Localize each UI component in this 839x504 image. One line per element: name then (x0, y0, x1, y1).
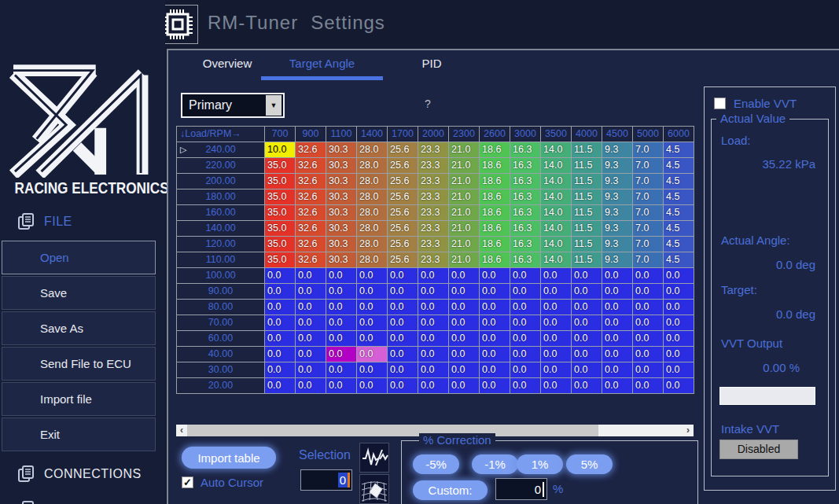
table-cell[interactable]: 0.0 (541, 284, 572, 300)
load-row-header[interactable]: 180.00 (177, 189, 265, 205)
table-cell[interactable]: 0.0 (480, 378, 510, 394)
table-cell[interactable]: 0.0 (418, 300, 449, 315)
table-cell[interactable]: 14.0 (541, 189, 572, 205)
table-cell[interactable]: 0.0 (449, 362, 480, 378)
table-cell[interactable]: 0.0 (265, 347, 296, 362)
table-cell[interactable]: 0.0 (541, 362, 572, 378)
table-cell[interactable]: 16.3 (510, 252, 541, 268)
auto-cursor-checkbox[interactable]: ✓ Auto Cursor (182, 476, 263, 489)
table-cell[interactable]: 0.0 (633, 284, 664, 300)
table-cell[interactable]: 21.0 (449, 237, 480, 252)
table-cell[interactable]: 0.0 (480, 300, 510, 315)
import-table-button[interactable]: Import table (182, 447, 276, 469)
table-cell[interactable]: 0.0 (541, 378, 572, 394)
table-cell[interactable]: 0.0 (602, 300, 633, 315)
table-cell[interactable]: 28.0 (357, 221, 388, 237)
table-cell[interactable]: 0.0 (602, 284, 633, 300)
table-cell[interactable]: 0.0 (418, 315, 449, 331)
load-row-header[interactable]: 240.00▷ (177, 142, 265, 158)
table-cell[interactable]: 32.6 (296, 237, 326, 252)
table-cell[interactable]: 23.3 (418, 205, 449, 221)
table-cell[interactable]: 0.0 (572, 378, 602, 394)
table-cell[interactable]: 32.6 (296, 205, 326, 221)
table-cell[interactable]: 0.0 (388, 300, 418, 315)
table-cell[interactable]: 30.3 (326, 142, 357, 158)
table-cell[interactable]: 18.6 (480, 189, 510, 205)
table-cell[interactable]: 30.3 (326, 174, 357, 189)
table-cell[interactable]: 9.3 (602, 221, 633, 237)
table-cell[interactable]: 0.0 (357, 378, 388, 394)
table-cell[interactable]: 0.0 (388, 284, 418, 300)
table-cell[interactable]: 14.0 (541, 174, 572, 189)
table-cell-selected[interactable]: 10.0 (265, 142, 296, 158)
table-cell[interactable]: 21.0 (449, 174, 480, 189)
table-cell[interactable]: 0.0 (449, 268, 480, 284)
table-cell[interactable]: 0.0 (480, 331, 510, 347)
table-cell[interactable]: 0.0 (602, 315, 633, 331)
table-cell[interactable]: 0.0 (541, 331, 572, 347)
table-cell[interactable]: 0.0 (633, 300, 664, 315)
table-cell[interactable]: 0.0 (510, 284, 541, 300)
table-cell[interactable]: 21.0 (449, 221, 480, 237)
load-row-header[interactable]: 20.00 (177, 378, 265, 394)
table-cell[interactable]: 0.0 (388, 362, 418, 378)
table-cell[interactable]: 9.3 (602, 174, 633, 189)
rpm-column-header[interactable]: 1400 (357, 127, 388, 142)
table-cell[interactable]: 0.0 (541, 315, 572, 331)
table-cell[interactable]: 35.0 (265, 189, 296, 205)
rpm-column-header[interactable]: 1100 (326, 127, 357, 142)
table-cell[interactable]: 0.0 (480, 347, 510, 362)
table-cell[interactable]: 14.0 (541, 252, 572, 268)
table-cell[interactable]: 0.0 (357, 300, 388, 315)
table-cell[interactable]: 16.3 (510, 189, 541, 205)
table-cell[interactable]: 32.6 (296, 158, 326, 174)
table-cell[interactable]: 0.0 (265, 331, 296, 347)
intake-vvt-state-button[interactable]: Disabled (719, 440, 798, 459)
sidebar-item-exit[interactable]: Exit (2, 418, 156, 451)
table-cell[interactable]: 25.6 (388, 174, 418, 189)
table-cell[interactable]: 0.0 (296, 378, 326, 394)
table-cell[interactable]: 28.0 (357, 158, 388, 174)
table-cell[interactable]: 0.0 (418, 378, 449, 394)
table-cell[interactable]: 0.0 (265, 268, 296, 284)
table-cell[interactable]: 0.0 (388, 268, 418, 284)
table-cell[interactable]: 0.0 (296, 268, 326, 284)
table-cell[interactable]: 0.0 (296, 284, 326, 300)
table-cell[interactable]: 0.0 (510, 378, 541, 394)
table-cell[interactable]: 30.3 (326, 237, 357, 252)
table-cell[interactable]: 28.0 (357, 252, 388, 268)
table-cell[interactable]: 0.0 (510, 347, 541, 362)
table-cell[interactable]: 35.0 (265, 158, 296, 174)
table-cell[interactable]: 4.5 (664, 174, 694, 189)
load-row-header[interactable]: 120.00 (177, 237, 265, 252)
table-cell[interactable]: 9.3 (602, 142, 633, 158)
table-cell[interactable]: 28.0 (357, 142, 388, 158)
table-cell[interactable]: 21.0 (449, 158, 480, 174)
table-cell[interactable]: 0.0 (449, 284, 480, 300)
load-row-header[interactable]: 70.00 (177, 315, 265, 331)
table-cell[interactable]: 18.6 (480, 158, 510, 174)
table-cell[interactable]: 16.3 (510, 174, 541, 189)
table-cell[interactable]: 23.3 (418, 142, 449, 158)
table-cell[interactable]: 14.0 (541, 142, 572, 158)
table-cell[interactable]: 18.6 (480, 221, 510, 237)
table-cell[interactable]: 0.0 (541, 347, 572, 362)
table-cell[interactable]: 0.0 (633, 362, 664, 378)
rpm-column-header[interactable]: 700 (265, 127, 296, 142)
surface-view-button[interactable] (359, 474, 389, 504)
table-cell[interactable]: 0.0 (510, 331, 541, 347)
table-cell[interactable]: 0.0 (265, 378, 296, 394)
table-cell[interactable]: 11.5 (572, 221, 602, 237)
table-cell[interactable]: 0.0 (664, 378, 694, 394)
rpm-column-header[interactable]: 1700 (388, 127, 418, 142)
table-cell[interactable]: 0.0 (265, 315, 296, 331)
load-row-header[interactable]: 40.00 (177, 347, 265, 362)
table-cell[interactable]: 0.0 (602, 268, 633, 284)
table-cell[interactable]: 7.0 (633, 205, 664, 221)
table-cell[interactable]: 25.6 (388, 237, 418, 252)
sidebar-item-import-file[interactable]: Import file (2, 382, 156, 416)
table-cell[interactable]: 0.0 (357, 268, 388, 284)
table-cell[interactable]: 9.3 (602, 158, 633, 174)
table-cell[interactable]: 16.3 (510, 221, 541, 237)
table-cell[interactable]: 0.0 (418, 268, 449, 284)
